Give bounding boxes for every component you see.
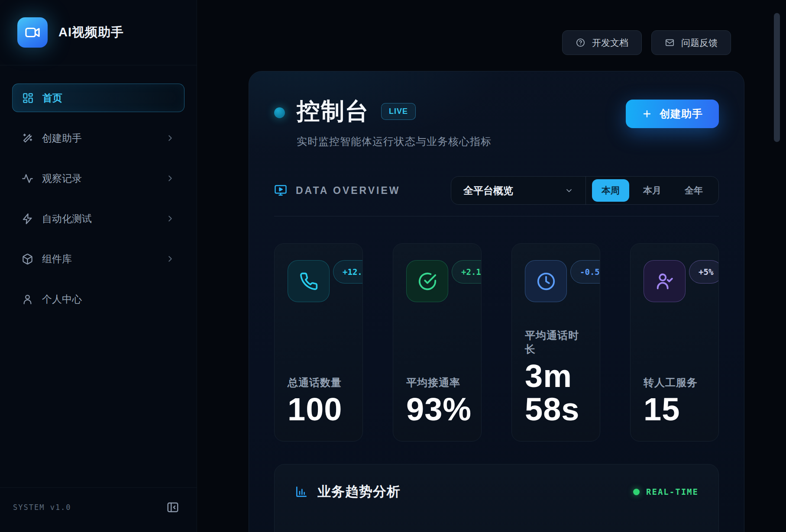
delta-badge: +2.1% [452,260,482,284]
sidebar-item-home[interactable]: 首页 [12,84,184,112]
cube-icon [22,253,33,265]
delta-badge: +5% [689,260,719,284]
platform-select[interactable]: 全平台概览 [451,177,585,204]
delta-badge: +12.5% [333,260,363,284]
sidebar-item-automation-test[interactable]: 自动化测试 [12,204,184,233]
stat-label: 平均通话时长 [525,329,587,356]
user-icon [22,293,33,305]
sidebar-item-label: 创建助手 [42,132,82,145]
chevron-down-icon [565,186,573,195]
chevron-right-icon [165,174,175,183]
sidebar-item-observation-log[interactable]: 观察记录 [12,164,184,193]
overview-controls: 全平台概览 本周 本月 全年 [451,176,719,205]
sidebar-item-component-library[interactable]: 组件库 [12,245,184,273]
sidebar-item-label: 首页 [42,91,62,105]
system-version: SYSTEM v1.0 [13,503,71,512]
realtime-status: REAL-TIME [633,487,699,497]
sidebar-item-label: 自动化测试 [42,212,92,226]
stat-value: 93% [406,393,468,426]
trend-section: 业务趋势分析 REAL-TIME [274,464,719,532]
panel-collapse-icon [166,501,179,514]
range-tabs: 本周 本月 全年 [586,177,718,204]
topbar: 开发文档 问题反馈 [197,0,786,55]
video-camera-icon [24,24,41,41]
data-overview-row: DATA OVERVIEW 全平台概览 本周 本月 全年 [274,176,719,205]
realtime-label: REAL-TIME [646,487,699,497]
live-badge: LIVE [381,103,416,120]
page-subtitle: 实时监控智能体运行状态与业务核心指标 [297,135,492,148]
stat-card-total-calls: +12.5% 总通话数量 100 [274,243,363,442]
dev-docs-button[interactable]: 开发文档 [562,30,642,55]
activity-icon [22,173,33,184]
sidebar-footer: SYSTEM v1.0 [0,487,197,532]
stat-value: 100 [288,393,349,426]
plus-icon [642,109,652,119]
chevron-right-icon [165,214,175,223]
stat-card-answer-rate: +2.1% 平均接通率 93% [393,243,482,442]
stat-value: 15 [644,393,705,426]
page-title: 控制台 [297,96,369,127]
scrollbar[interactable] [774,13,780,142]
sidebar-item-label: 组件库 [42,252,72,266]
wand-icon [22,132,33,144]
help-circle-icon [576,38,585,48]
tab-full-year[interactable]: 全年 [675,179,712,202]
chevron-right-icon [165,133,175,143]
sidebar-collapse-button[interactable] [166,501,179,514]
main-area: 开发文档 问题反馈 控制台 LIVE 实时监控智能体运行状态与业务核心指标 [197,0,786,532]
monitor-play-icon [274,184,287,197]
dashboard-icon [22,92,34,104]
stat-value-line: 3m [525,360,587,393]
status-dot [274,107,285,118]
chevron-right-icon [165,254,175,264]
divider [274,216,719,216]
stat-label: 转人工服务 [644,376,705,390]
sidebar-item-label: 个人中心 [42,293,82,306]
stat-value-line: 58s [525,393,587,426]
create-assistant-button[interactable]: 创建助手 [626,100,719,128]
bar-chart-icon [294,485,308,499]
console-header: 控制台 LIVE 实时监控智能体运行状态与业务核心指标 创建助手 [274,96,719,148]
green-status-dot [633,489,640,495]
section-label: DATA OVERVIEW [296,185,401,197]
stat-label: 总通话数量 [288,376,349,390]
platform-select-value: 全平台概览 [463,184,513,197]
tab-this-week[interactable]: 本周 [592,179,629,202]
console-panel: 控制台 LIVE 实时监控智能体运行状态与业务核心指标 创建助手 [249,71,744,532]
dev-docs-label: 开发文档 [592,37,628,49]
stat-cards: +12.5% 总通话数量 100 +2.1% 平均接通率 93% [274,243,719,442]
sidebar-item-label: 观察记录 [42,172,82,185]
mail-icon [665,38,675,48]
phone-icon [288,260,330,302]
feedback-label: 问题反馈 [681,37,718,49]
check-circle-icon [406,260,448,302]
brand: AI视频助手 [0,0,197,65]
zap-icon [22,213,33,225]
app-logo [17,17,48,48]
app-title: AI视频助手 [58,24,124,41]
stat-card-avg-duration: -0.5% 平均通话时长 3m 58s [511,243,600,442]
sidebar: AI视频助手 首页 创建助手 [0,0,197,532]
trend-title: 业务趋势分析 [317,483,401,501]
stat-card-human-transfer: +5% 转人工服务 15 [630,243,719,442]
stat-value: 3m 58s [525,360,587,426]
create-assistant-label: 创建助手 [660,107,703,121]
user-check-icon [644,260,686,302]
clock-icon [525,260,567,302]
tab-this-month[interactable]: 本月 [634,179,671,202]
feedback-button[interactable]: 问题反馈 [651,30,731,55]
sidebar-item-create-assistant[interactable]: 创建助手 [12,124,184,152]
sidebar-nav: 首页 创建助手 观察记录 [0,65,197,313]
stat-label: 平均接通率 [406,376,468,390]
sidebar-item-profile[interactable]: 个人中心 [12,285,184,313]
delta-badge: -0.5% [570,260,600,284]
